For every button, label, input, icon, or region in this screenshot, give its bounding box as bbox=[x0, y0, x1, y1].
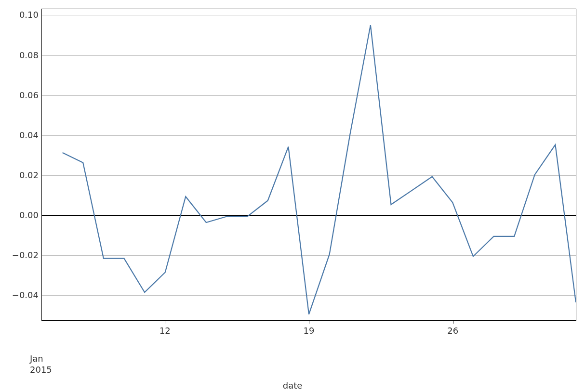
x-tick bbox=[165, 321, 165, 324]
x-tick-label: 12 bbox=[160, 326, 171, 336]
month-line-1: Jan bbox=[30, 353, 43, 364]
y-tick-label: 0.04 bbox=[5, 130, 39, 140]
x-tick-label: 19 bbox=[304, 326, 315, 336]
x-tick bbox=[453, 321, 453, 324]
y-tick-label: 0.08 bbox=[5, 50, 39, 60]
y-tick-label: 0.02 bbox=[5, 170, 39, 180]
x-tick bbox=[309, 321, 309, 324]
line-series bbox=[42, 9, 576, 320]
chart-container: −0.04 −0.02 0.00 0.02 0.04 0.06 0.08 0.1… bbox=[0, 0, 585, 392]
x-axis-month-label: Jan 2015 bbox=[30, 353, 52, 375]
month-line-2: 2015 bbox=[30, 365, 52, 375]
y-tick-label: 0.06 bbox=[5, 90, 39, 100]
y-tick-label: −0.02 bbox=[5, 249, 39, 260]
x-tick-label: 26 bbox=[447, 326, 458, 336]
x-axis-label: date bbox=[0, 380, 585, 391]
plot-area bbox=[41, 9, 576, 321]
y-tick-label: 0.00 bbox=[5, 209, 39, 220]
data-polyline bbox=[63, 25, 576, 314]
y-tick-label: −0.04 bbox=[5, 289, 39, 300]
y-tick-label: 0.10 bbox=[5, 10, 39, 20]
